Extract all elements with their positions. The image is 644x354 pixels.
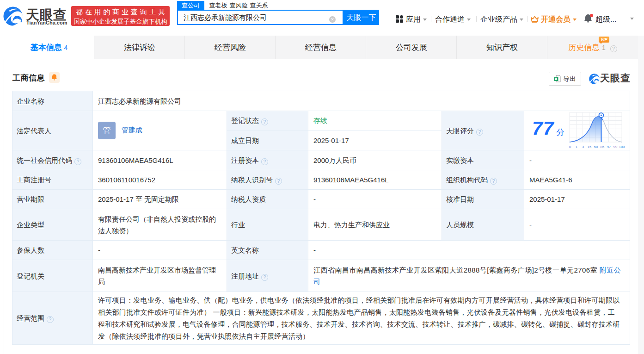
svg-text:50: 50 (594, 145, 598, 149)
svg-text:15: 15 (588, 145, 591, 149)
svg-text:3: 3 (582, 145, 584, 149)
svg-text:99: 99 (613, 145, 617, 149)
svg-text:1: 1 (576, 145, 577, 149)
svg-text:97: 97 (607, 145, 611, 149)
svg-text:0: 0 (569, 145, 571, 149)
svg-text:85: 85 (601, 145, 604, 149)
svg-text:100: 100 (619, 145, 625, 149)
